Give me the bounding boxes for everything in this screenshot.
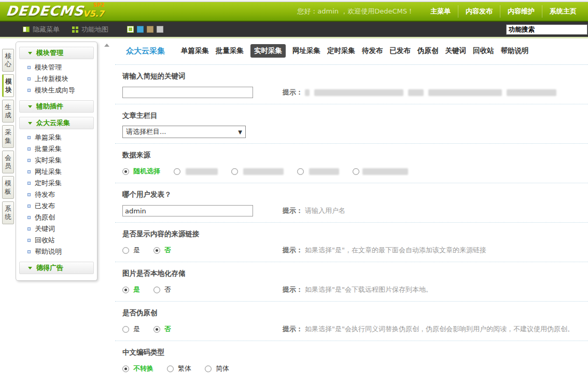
sidebar-item[interactable]: 上传新模块 [19, 73, 94, 85]
tab-keywords[interactable]: 关键词 [445, 46, 467, 56]
menu-system-home[interactable]: 系统主页 [542, 5, 584, 18]
radio-icon [153, 287, 160, 293]
sidebar-item[interactable]: 帮助说明 [19, 246, 94, 257]
keyword-input[interactable] [122, 87, 253, 98]
tab-help[interactable]: 帮助说明 [501, 46, 529, 56]
field-hint: 提示：请输入用户名 [283, 206, 345, 215]
tab-pending[interactable]: 待发布 [362, 46, 383, 56]
radio-icon [297, 168, 304, 175]
sidebar-item[interactable]: 关键词 [19, 223, 94, 235]
sidebar-item[interactable]: 待发布 [19, 189, 94, 200]
tab-published[interactable]: 已发布 [390, 46, 411, 56]
bullet-icon [27, 159, 31, 162]
form-row-source: 数据来源 随机选择 [115, 144, 588, 183]
field-hint: 提示：如果选择"是"会下载远程图片保存到本地。 [283, 285, 432, 294]
sidebar-menu-panel: 模块管理 模块管理 上传新模块 模块生成向导 辅助插件 众大云采集 单篇采集 批… [16, 42, 97, 281]
logo-sp-badge: SP2 [93, 2, 105, 8]
section-aux-plugins[interactable]: 辅助插件 [19, 100, 94, 113]
bullet-icon [27, 170, 31, 173]
tab-batch-collect[interactable]: 批量采集 [216, 46, 244, 56]
form-row-user: 哪个用户发表？ 提示：请输入用户名 [115, 183, 588, 223]
theme-green-button[interactable] [127, 26, 134, 33]
bullet-icon [27, 227, 31, 230]
page-title: 众大云采集 [126, 46, 165, 56]
main-content: 众大云采集 单篇采集 批量采集 实时采集 网址采集 定时采集 待发布 已发布 伪… [112, 39, 588, 380]
sidebar-tab-system[interactable]: 系统 [2, 201, 14, 224]
function-search-input[interactable] [506, 24, 587, 35]
redacted-text [314, 89, 403, 96]
category-select[interactable]: 请选择栏目... ▼ [122, 126, 246, 138]
sidebar-tab-generate[interactable]: 生成 [2, 100, 14, 123]
sidebar-tab-member[interactable]: 会员 [2, 151, 14, 173]
tab-realtime-collect[interactable]: 实时采集 [250, 44, 286, 58]
radio-no[interactable]: 否 [153, 324, 171, 334]
radio-source-option[interactable] [174, 168, 218, 175]
section-cloud-collect[interactable]: 众大云采集 [19, 117, 94, 129]
radio-source-option[interactable] [231, 168, 284, 175]
menu-main[interactable]: 主菜单 [423, 5, 458, 18]
menu-content-maintain[interactable]: 内容维护 [500, 5, 542, 18]
bullet-icon [27, 136, 31, 139]
sidebar-tab-collect[interactable]: 采集 [2, 125, 14, 148]
theme-blue-button[interactable] [137, 26, 144, 33]
field-label: 中文编码类型 [122, 348, 588, 357]
username-input[interactable] [122, 205, 253, 216]
sidebar-item[interactable]: 已发布 [19, 200, 94, 212]
sidebar-item[interactable]: 单篇采集 [19, 132, 94, 143]
function-map-button[interactable]: 功能地图 [72, 25, 108, 34]
radio-no[interactable]: 否 [153, 285, 171, 294]
hide-menu-button[interactable]: 隐藏菜单 [23, 25, 60, 34]
theme-tan-button[interactable] [147, 26, 153, 33]
radio-traditional[interactable]: 繁体 [167, 364, 191, 373]
radio-yes[interactable]: 是 [122, 246, 140, 255]
scroll-up-icon[interactable] [104, 44, 109, 47]
tab-single-collect[interactable]: 单篇采集 [181, 46, 209, 56]
sidebar-item[interactable]: 定时采集 [19, 178, 94, 189]
radio-simplified[interactable]: 简体 [205, 364, 229, 373]
chevron-down-icon [28, 122, 32, 125]
sidebar-tab-template[interactable]: 模板 [2, 176, 14, 199]
sidebar-item[interactable]: 回收站 [19, 235, 94, 246]
function-map-label: 功能地图 [81, 25, 108, 34]
collect-tab-bar: 众大云采集 单篇采集 批量采集 实时采集 网址采集 定时采集 待发布 已发布 伪… [112, 39, 588, 58]
grid-icon [72, 26, 78, 33]
sidebar-item[interactable]: 批量采集 [19, 143, 94, 155]
divider [0, 37, 588, 38]
sidebar-item[interactable]: 模块生成向导 [19, 85, 94, 96]
form-row-encoding: 中文编码类型 不转换 繁体 简体 [115, 341, 588, 380]
tab-recycle-bin[interactable]: 回收站 [473, 46, 494, 56]
radio-icon [122, 365, 129, 372]
chevron-down-icon [28, 105, 32, 108]
radio-source-option[interactable] [297, 168, 339, 175]
sidebar-item[interactable]: 实时采集 [19, 155, 94, 166]
sidebar-item[interactable]: 模块管理 [19, 62, 94, 73]
radio-no-convert[interactable]: 不转换 [122, 364, 153, 373]
sidebar-item[interactable]: 网址采集 [19, 166, 94, 178]
tab-pseudo-original[interactable]: 伪原创 [417, 46, 439, 56]
menu-content-publish[interactable]: 内容发布 [458, 5, 500, 18]
field-label: 请输入简短的关键词 [122, 72, 588, 81]
tab-url-collect[interactable]: 网址采集 [292, 46, 320, 56]
radio-icon [167, 365, 174, 372]
section-dede-ads[interactable]: 德得广告 [19, 262, 94, 274]
sidebar-tab-core[interactable]: 核心 [2, 49, 14, 72]
radio-source-option[interactable] [353, 168, 408, 175]
sidebar-item[interactable]: 伪原创 [19, 212, 94, 223]
radio-icon [205, 365, 212, 372]
bullet-icon [27, 89, 31, 92]
section-module-manage[interactable]: 模块管理 [19, 47, 94, 59]
chevron-down-icon [28, 267, 32, 269]
radio-icon [174, 168, 180, 175]
bullet-icon [27, 239, 31, 242]
radio-icon [231, 168, 238, 175]
radio-yes[interactable]: 是 [122, 285, 140, 294]
chevron-down-icon: ▼ [238, 129, 242, 135]
radio-no[interactable]: 否 [153, 246, 171, 255]
radio-random-select[interactable]: 随机选择 [122, 167, 160, 176]
theme-gray-button[interactable] [157, 26, 163, 33]
radio-yes[interactable]: 是 [122, 324, 140, 334]
sidebar-tab-module[interactable]: 模块 [2, 74, 14, 97]
redacted-text [186, 168, 218, 175]
redacted-text [362, 168, 408, 175]
tab-timed-collect[interactable]: 定时采集 [327, 46, 355, 56]
